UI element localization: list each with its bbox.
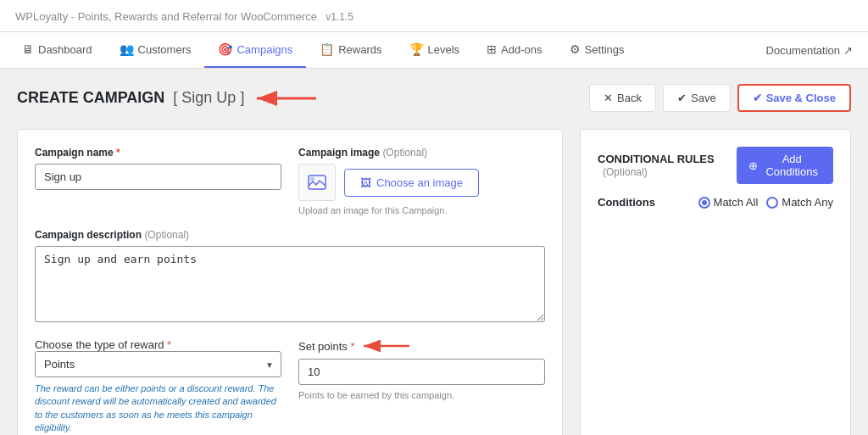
set-points-arrow xyxy=(360,338,411,354)
name-image-row: Campaign name * Campaign image (Optional… xyxy=(35,147,545,215)
save-button[interactable]: ✔ Save xyxy=(663,84,731,112)
main-content: CREATE CAMPAIGN [ Sign Up ] ✕ Back xyxy=(0,69,868,435)
save-close-button[interactable]: ✔ Save & Close xyxy=(737,84,851,112)
docs-link[interactable]: Documentation ↗ xyxy=(760,34,860,67)
campaign-name-group: Campaign name * xyxy=(35,147,281,215)
page-title: CREATE CAMPAIGN [ Sign Up ] xyxy=(17,89,244,107)
conditions-label: Conditions xyxy=(598,196,655,209)
rewards-icon: 📋 xyxy=(320,42,334,56)
match-all-radio[interactable] xyxy=(698,197,710,209)
settings-icon: ⚙ xyxy=(570,42,581,56)
image-thumb-icon xyxy=(308,175,326,190)
reward-points-row: Choose the type of reward * Points Disco… xyxy=(35,338,545,435)
add-conditions-button[interactable]: ⊕ Add Conditions xyxy=(737,147,833,184)
conditions-row: Conditions Match All Match Any xyxy=(598,196,833,209)
set-points-input[interactable] xyxy=(298,359,545,385)
points-required: * xyxy=(350,340,354,353)
set-points-group: Set points * xyxy=(298,338,545,400)
conditional-panel: CONDITIONAL RULES (Optional) ⊕ Add Condi… xyxy=(580,129,851,435)
tab-settings[interactable]: ⚙ Settings xyxy=(556,32,638,68)
save-icon: ✔ xyxy=(677,92,687,104)
match-options: Match All Match Any xyxy=(698,196,833,209)
tab-customers[interactable]: 👥 Customers xyxy=(106,32,205,68)
tab-levels[interactable]: 🏆 Levels xyxy=(396,32,474,68)
conditional-title-group: CONDITIONAL RULES (Optional) xyxy=(598,153,737,178)
back-button[interactable]: ✕ Back xyxy=(589,84,656,112)
nav-tabs: 🖥 Dashboard 👥 Customers 🎯 Campaigns 📋 Re… xyxy=(0,32,868,69)
reward-type-select[interactable]: Points Discount xyxy=(35,351,281,377)
match-any-option[interactable]: Match Any xyxy=(766,196,833,209)
tab-campaigns[interactable]: 🎯 Campaigns xyxy=(204,32,306,68)
campaign-name-input[interactable] xyxy=(35,164,281,190)
app-title: WPLoyalty - Points, Rewards and Referral… xyxy=(15,8,353,23)
image-icon: 🖼 xyxy=(360,176,371,189)
image-thumbnail xyxy=(298,164,336,201)
reward-type-group: Choose the type of reward * Points Disco… xyxy=(35,338,281,435)
save-close-icon: ✔ xyxy=(753,92,762,104)
description-group: Campaign description (Optional) Sign up … xyxy=(35,229,545,325)
tab-addons[interactable]: ⊞ Add-ons xyxy=(473,32,555,68)
set-points-label-row: Set points * xyxy=(298,338,545,354)
back-icon: ✕ xyxy=(604,92,613,104)
dashboard-icon: 🖥 xyxy=(22,42,34,56)
top-bar: WPLoyalty - Points, Rewards and Referral… xyxy=(0,0,868,32)
points-hint: Points to be earned by this campaign. xyxy=(298,390,545,400)
plus-icon: ⊕ xyxy=(748,159,758,172)
description-label: Campaign description (Optional) xyxy=(35,229,545,241)
tab-rewards[interactable]: 📋 Rewards xyxy=(306,32,395,68)
form-layout: Campaign name * Campaign image (Optional… xyxy=(17,129,851,435)
customers-icon: 👥 xyxy=(120,42,134,56)
campaign-title-row: CREATE CAMPAIGN [ Sign Up ] xyxy=(17,88,320,109)
form-panel: Campaign name * Campaign image (Optional… xyxy=(17,129,563,435)
campaign-header: CREATE CAMPAIGN [ Sign Up ] ✕ Back xyxy=(17,84,851,112)
header-actions: ✕ Back ✔ Save ✔ Save & Close xyxy=(589,84,851,112)
reward-required: * xyxy=(167,338,171,351)
campaign-name-label: Campaign name * xyxy=(35,147,281,159)
campaign-image-label: Campaign image (Optional) xyxy=(298,147,545,159)
choose-image-button[interactable]: 🖼 Choose an image xyxy=(344,169,479,197)
levels-icon: 🏆 xyxy=(409,42,424,56)
reward-type-select-wrapper: Points Discount xyxy=(35,351,281,377)
campaign-image-group: Campaign image (Optional) xyxy=(298,147,545,215)
external-link-icon: ↗ xyxy=(843,44,853,57)
tab-dashboard[interactable]: 🖥 Dashboard xyxy=(8,32,106,68)
match-any-radio[interactable] xyxy=(766,197,778,209)
image-upload-area: 🖼 Choose an image xyxy=(298,164,545,201)
reward-hint: The reward can be either points or a dis… xyxy=(35,382,281,435)
description-textarea[interactable]: Sign up and earn points xyxy=(35,246,545,322)
campaigns-icon: 🎯 xyxy=(218,42,232,56)
arrow-indicator xyxy=(253,88,320,109)
conditional-header: CONDITIONAL RULES (Optional) ⊕ Add Condi… xyxy=(598,147,833,184)
upload-hint: Upload an image for this Campaign. xyxy=(298,205,545,215)
required-asterisk: * xyxy=(116,147,120,159)
match-all-option[interactable]: Match All xyxy=(698,196,759,209)
svg-rect-3 xyxy=(310,177,314,181)
set-points-label: Set points * xyxy=(298,340,355,353)
reward-type-label: Choose the type of reward * xyxy=(35,338,171,351)
addons-icon: ⊞ xyxy=(487,42,497,56)
